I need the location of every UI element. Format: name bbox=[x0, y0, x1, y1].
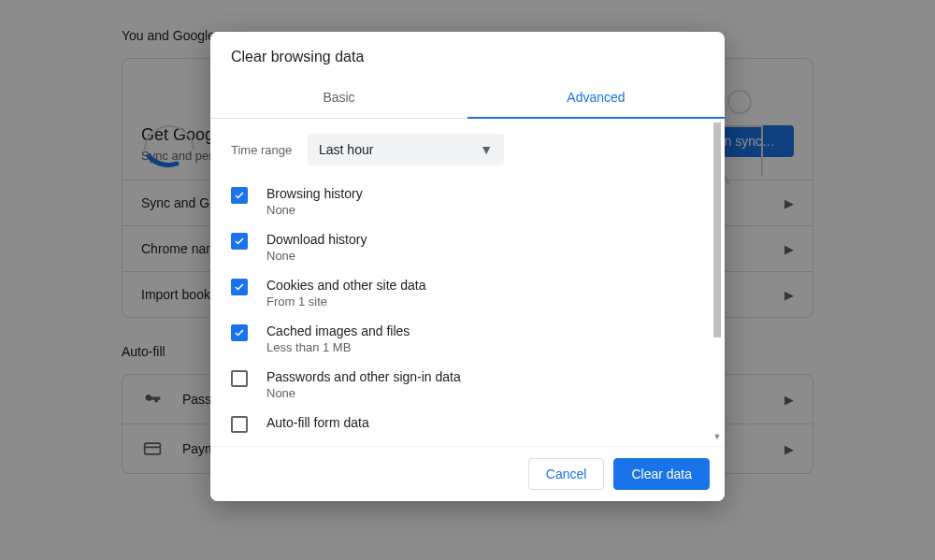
scroll-thumb[interactable] bbox=[713, 122, 721, 337]
check-item-browsing-history[interactable]: Browsing history None bbox=[231, 186, 704, 217]
time-range-select[interactable]: Last hour ▼ bbox=[308, 134, 504, 165]
check-sub: None bbox=[266, 386, 461, 400]
check-item-cache[interactable]: Cached images and files Less than 1 MB bbox=[231, 323, 704, 354]
time-range-label: Time range bbox=[231, 143, 308, 157]
dialog-tabs: Basic Advanced bbox=[210, 79, 725, 119]
tab-basic[interactable]: Basic bbox=[210, 79, 468, 118]
clear-data-button[interactable]: Clear data bbox=[613, 458, 710, 490]
check-label: Passwords and other sign-in data bbox=[266, 369, 461, 384]
cancel-button[interactable]: Cancel bbox=[528, 458, 605, 490]
check-item-passwords[interactable]: Passwords and other sign-in data None bbox=[231, 369, 704, 400]
tab-advanced[interactable]: Advanced bbox=[468, 79, 725, 119]
checkbox[interactable] bbox=[231, 370, 248, 387]
check-item-autofill[interactable]: Auto-fill form data bbox=[231, 415, 704, 433]
check-sub: None bbox=[266, 203, 363, 217]
check-label: Browsing history bbox=[266, 186, 363, 201]
checkbox[interactable] bbox=[231, 233, 248, 250]
check-sub: Less than 1 MB bbox=[266, 340, 410, 354]
check-item-download-history[interactable]: Download history None bbox=[231, 232, 704, 263]
scroll-down-icon[interactable]: ▼ bbox=[712, 431, 723, 442]
check-list: Browsing history None Download history N… bbox=[231, 186, 704, 433]
dialog-body: Time range Last hour ▼ Browsing history … bbox=[210, 119, 725, 446]
check-label: Cached images and files bbox=[266, 323, 410, 338]
check-label: Cookies and other site data bbox=[266, 278, 425, 293]
check-sub: From 1 site bbox=[266, 294, 425, 309]
check-sub: None bbox=[266, 249, 367, 263]
check-label: Download history bbox=[266, 232, 367, 247]
dialog-footer: Cancel Clear data bbox=[210, 446, 725, 501]
clear-browsing-data-dialog: Clear browsing data Basic Advanced Time … bbox=[210, 32, 725, 501]
check-item-cookies[interactable]: Cookies and other site data From 1 site bbox=[231, 278, 704, 309]
check-label: Auto-fill form data bbox=[266, 415, 369, 430]
time-range-value: Last hour bbox=[319, 142, 373, 157]
scrollbar[interactable]: ▲ ▼ bbox=[712, 122, 723, 440]
chevron-down-icon: ▼ bbox=[480, 142, 493, 157]
checkbox[interactable] bbox=[231, 324, 248, 341]
checkbox[interactable] bbox=[231, 187, 248, 204]
checkbox[interactable] bbox=[231, 416, 248, 433]
dialog-title: Clear browsing data bbox=[210, 32, 725, 71]
checkbox[interactable] bbox=[231, 279, 248, 295]
